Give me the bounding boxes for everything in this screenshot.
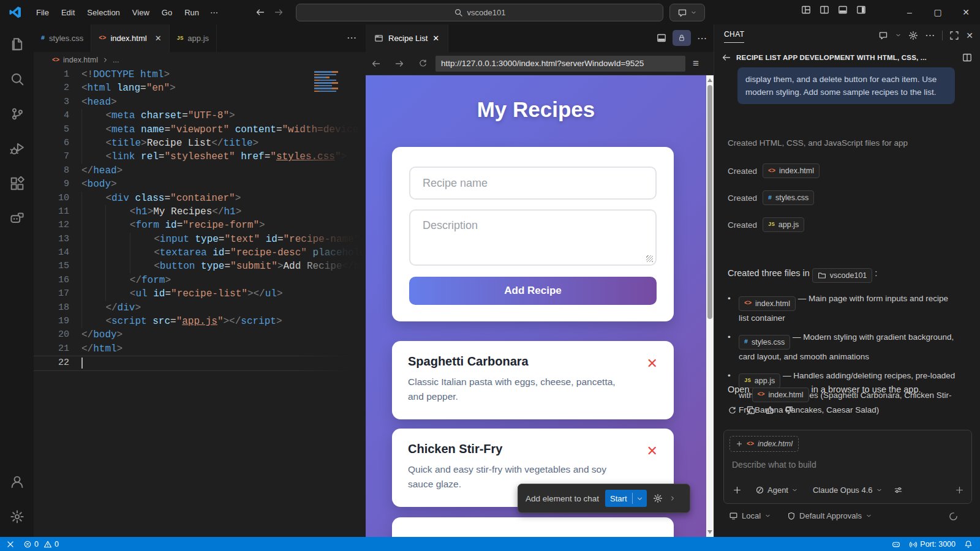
error-icon (23, 540, 32, 549)
editor-tabs-more-button[interactable]: ⋯ (347, 32, 357, 43)
chevron-down-icon (876, 487, 883, 493)
url-input[interactable]: http://127.0.0.1:3000/index.html?serverW… (435, 56, 685, 72)
delete-recipe-button[interactable]: ✕ (647, 357, 658, 370)
window-minimize-button[interactable]: – (895, 0, 924, 24)
menu-view[interactable]: View (127, 6, 155, 20)
breadcrumb[interactable]: <> index.html ... (34, 52, 366, 68)
user-message-bubble: display them, and a delete button for ea… (737, 67, 955, 104)
browser-reload-button[interactable] (412, 59, 433, 68)
settings-gear-icon[interactable] (908, 31, 918, 40)
minimap[interactable] (314, 71, 346, 99)
chat-input-box[interactable]: <> index.html Describe what to build Age… (723, 430, 972, 504)
chip-index.html[interactable]: <>index.html (739, 296, 796, 311)
code-line: 20</body> (34, 328, 366, 342)
menu-selection[interactable]: Selection (81, 6, 125, 20)
attach-plus-icon[interactable] (733, 485, 742, 495)
model-picker[interactable]: Claude Opus 4.6 (813, 485, 883, 495)
tab-styles.css[interactable]: #styles.css (34, 24, 91, 52)
lock-button[interactable] (673, 30, 691, 46)
split-editor-button[interactable] (820, 5, 829, 15)
thread-title[interactable]: RECIPE LIST APP DEVELOPMENT WITH HTML, C… (736, 54, 938, 61)
send-button[interactable] (955, 485, 964, 495)
scroll-up-arrow[interactable] (707, 78, 712, 82)
copilot-status[interactable] (888, 537, 905, 551)
context-chip-index-html[interactable]: <> index.html (729, 436, 799, 452)
problems-indicator[interactable]: 0 0 (19, 537, 63, 551)
textarea-resize-handle[interactable] (646, 255, 653, 262)
run-debug-icon[interactable] (0, 133, 34, 164)
settings-gear-icon[interactable] (653, 493, 663, 503)
notifications-bell[interactable] (960, 537, 980, 551)
copy-icon[interactable] (746, 405, 756, 415)
chevron-down-icon[interactable] (633, 495, 647, 503)
settings-gear-icon[interactable] (0, 501, 34, 532)
toggle-panel-button[interactable] (838, 5, 848, 15)
recipe-name-input[interactable]: Recipe name (409, 167, 657, 200)
history-forward-button[interactable] (274, 7, 284, 17)
start-button[interactable]: Start (605, 490, 646, 507)
browser-back-button[interactable] (366, 59, 386, 69)
history-back-button[interactable] (255, 7, 265, 17)
chip-styles.css[interactable]: #styles.css (739, 335, 790, 350)
extensions-icon[interactable] (0, 168, 34, 199)
split-editor-icon[interactable] (657, 33, 666, 43)
close-panel-button[interactable]: ✕ (966, 31, 973, 40)
menu-file[interactable]: File (31, 6, 55, 20)
new-chat-icon[interactable] (878, 31, 888, 40)
browser-scrollbar[interactable] (706, 75, 714, 537)
chat-more-button[interactable]: ⋯ (925, 29, 935, 41)
delete-recipe-button[interactable]: ✕ (647, 444, 658, 458)
add-recipe-button[interactable]: Add Recipe (409, 277, 657, 305)
hamburger-menu-icon[interactable]: ≡ (693, 58, 699, 70)
copilot-chat-icon[interactable] (0, 203, 34, 234)
code-lines[interactable]: 1<!DOCTYPE html>2<html lang="en">3<head>… (34, 68, 366, 537)
tab-app.js[interactable]: JSapp.js (170, 24, 217, 52)
customize-layout-button[interactable] (801, 5, 811, 15)
tab-recipe-list[interactable]: Recipe List ✕ (366, 24, 448, 52)
remote-indicator[interactable] (0, 537, 19, 551)
browser-forward-button[interactable] (389, 59, 410, 69)
mode-picker[interactable]: Agent (755, 485, 798, 495)
toggle-secondary-sidebar-button[interactable] (856, 5, 866, 15)
menu-edit[interactable]: Edit (56, 6, 80, 20)
menu-overflow[interactable]: ⋯ (205, 6, 224, 20)
chevron-down-icon[interactable] (865, 512, 872, 519)
tab-index.html[interactable]: <>index.html✕ (91, 24, 169, 52)
chip-index.html[interactable]: <>index.html (763, 163, 820, 178)
tools-sliders-icon[interactable] (894, 485, 903, 495)
chevron-down-icon[interactable] (764, 512, 771, 519)
approvals-label[interactable]: Default Approvals (799, 511, 862, 520)
port-forward-indicator[interactable]: Port: 3000 (905, 537, 960, 551)
preview-more-button[interactable]: ⋯ (697, 32, 707, 44)
window-maximize-button[interactable]: ▢ (924, 0, 952, 24)
chip-vscode101[interactable]: vscode101 (812, 268, 872, 283)
window-close-button[interactable]: ✕ (952, 0, 980, 24)
env-label[interactable]: Local (742, 511, 761, 520)
scrollbar-thumb[interactable] (707, 85, 712, 319)
scroll-down-arrow[interactable] (707, 530, 712, 534)
chevron-down-icon[interactable] (895, 32, 902, 39)
copilot-menu-button[interactable] (669, 4, 705, 21)
menu-go[interactable]: Go (156, 6, 178, 20)
back-arrow-icon[interactable] (722, 53, 731, 62)
chevron-right-icon[interactable] (669, 495, 676, 502)
close-icon[interactable]: ✕ (432, 34, 439, 43)
chip-styles.css[interactable]: #styles.css (763, 190, 814, 205)
source-control-icon[interactable] (0, 99, 34, 129)
recipe-description: Classic Italian pasta with eggs, cheese,… (408, 375, 628, 404)
close-icon[interactable]: ✕ (155, 34, 162, 43)
regenerate-icon[interactable] (728, 405, 737, 415)
explorer-icon[interactable] (0, 29, 34, 59)
search-icon[interactable] (0, 64, 34, 94)
accounts-icon[interactable] (0, 467, 34, 497)
thumbs-down-icon[interactable] (784, 405, 794, 415)
maximize-panel-icon[interactable] (949, 31, 959, 40)
chip-open-index-html[interactable]: <>index.html (752, 388, 809, 402)
command-center-search[interactable]: vscode101 (296, 4, 663, 21)
recipe-description-textarea[interactable]: Description (409, 209, 657, 266)
tab-chat[interactable]: CHAT (724, 30, 744, 43)
open-editor-icon[interactable] (962, 53, 972, 62)
menu-run[interactable]: Run (179, 6, 205, 20)
thumbs-up-icon[interactable] (765, 405, 775, 415)
chip-app.js[interactable]: JSapp.js (763, 217, 804, 232)
